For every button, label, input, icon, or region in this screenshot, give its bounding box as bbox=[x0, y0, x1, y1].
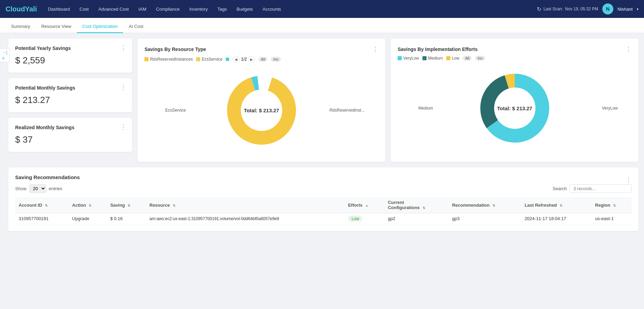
all-badge-1[interactable]: All bbox=[258, 57, 267, 62]
legend-ecs-dot bbox=[196, 57, 200, 61]
yearly-savings-title: Potential Yearly Savings bbox=[15, 45, 125, 51]
search-box: Search bbox=[553, 184, 632, 193]
user-avatar[interactable]: N bbox=[602, 3, 613, 14]
sort-region-icon[interactable]: ⇅ bbox=[613, 204, 616, 207]
show-label: Show bbox=[15, 186, 27, 191]
implementation-efforts-chart-header: Savings By Implementation Efforts ⋮ bbox=[398, 45, 632, 53]
sort-account-id-icon[interactable]: ⇅ bbox=[45, 204, 48, 207]
resource-type-chart-menu[interactable]: ⋮ bbox=[372, 45, 378, 53]
nav-accounts[interactable]: Accounts bbox=[258, 4, 285, 14]
nav-compliance[interactable]: Compliance bbox=[152, 4, 184, 14]
donut-label-ecs: EcsService bbox=[165, 108, 186, 113]
donut-label-verylow: VeryLow bbox=[602, 106, 618, 111]
left-cards: Potential Yearly Savings $ 2,559 ⋮ Poten… bbox=[8, 39, 132, 162]
sort-resource-icon[interactable]: ⇅ bbox=[173, 204, 175, 207]
cell-action: Upgrade bbox=[69, 213, 107, 224]
inv-badge-1[interactable]: Inv bbox=[271, 57, 281, 62]
implementation-efforts-legend: VeryLow Medium Low All Inv bbox=[398, 56, 632, 61]
recommendations-table-section: Saving Recommendations ⋮ Show 20 10 50 e… bbox=[8, 167, 638, 231]
legend-page-dot bbox=[226, 58, 229, 61]
sort-last-refreshed-icon[interactable]: ⇅ bbox=[560, 204, 562, 207]
nav-dashboard[interactable]: Dashboard bbox=[44, 4, 74, 14]
tab-resource-view[interactable]: Resource View bbox=[36, 20, 77, 33]
last-scan-label: Last Scan: bbox=[543, 7, 563, 11]
donut-label-medium: Medium bbox=[418, 106, 433, 111]
legend-ecs: EcsService bbox=[196, 57, 222, 62]
recommendations-table: Account ID ⇅ Action ⇅ Saving ⇅ Resourc bbox=[15, 197, 632, 224]
legend-verylow-dot bbox=[398, 56, 402, 60]
nav-tags[interactable]: Tags bbox=[213, 4, 231, 14]
sort-recommendation-icon[interactable]: ⇅ bbox=[492, 204, 495, 207]
legend-medium: Medium bbox=[422, 56, 443, 61]
nav-iam[interactable]: IAM bbox=[134, 4, 151, 14]
realized-savings-title: Realized Monthly Savings bbox=[15, 125, 125, 130]
nav-budgets[interactable]: Budgets bbox=[232, 4, 257, 14]
resource-type-legend: RdsReservedInstances EcsService ◀ 1/2 ▶ bbox=[144, 56, 378, 63]
table-controls: Show 20 10 50 entries Search bbox=[15, 184, 632, 193]
realized-savings-card: Realized Monthly Savings $ 37 ⋮ bbox=[8, 118, 132, 152]
nav-inventory[interactable]: Inventory bbox=[185, 4, 212, 14]
realized-savings-value: $ 37 bbox=[15, 134, 125, 145]
implementation-efforts-donut-wrapper: Medium Total: $ 213.27 VeryLow bbox=[398, 63, 632, 153]
yearly-savings-value: $ 2,559 bbox=[15, 55, 125, 66]
show-entries: Show 20 10 50 entries bbox=[15, 184, 62, 193]
cell-account-id: 310957700191 bbox=[15, 213, 69, 224]
tab-ai-cost[interactable]: AI Cost bbox=[123, 20, 149, 33]
monthly-savings-menu[interactable]: ⋮ bbox=[120, 84, 126, 91]
realized-savings-menu[interactable]: ⋮ bbox=[120, 123, 126, 131]
all-badge-2[interactable]: All bbox=[463, 56, 472, 61]
col-resource: Resource ⇅ bbox=[146, 197, 345, 213]
sidebar-toggle[interactable]: →| ≡ bbox=[0, 48, 10, 62]
sort-action-icon[interactable]: ⇅ bbox=[89, 204, 91, 207]
entries-label: entries bbox=[49, 186, 62, 191]
donut-label-rds: RdsReservedInst... bbox=[329, 108, 365, 113]
search-input[interactable] bbox=[570, 184, 632, 193]
legend-rds-label: RdsReservedInstances bbox=[150, 57, 193, 62]
sort-efforts-icon[interactable]: ▲ bbox=[365, 204, 369, 207]
legend-rds: RdsReservedInstances bbox=[144, 57, 193, 62]
resource-type-chart-title: Savings By Resource Type bbox=[144, 47, 206, 52]
table-body: 310957700191 Upgrade $ 0.16 arn:aws:ec2:… bbox=[15, 213, 632, 224]
legend-low: Low bbox=[446, 56, 459, 61]
resource-type-donut-wrapper: EcsService Total: $ 213.27 RdsReservedIn… bbox=[144, 65, 378, 155]
user-name[interactable]: Nishant bbox=[617, 7, 633, 12]
nav-advanced-cost[interactable]: Advanced Cost bbox=[94, 4, 133, 14]
legend-rds-dot bbox=[144, 57, 149, 61]
col-last-refreshed: Last Refreshed ⇅ bbox=[521, 197, 592, 213]
table-menu[interactable]: ⋮ bbox=[625, 176, 632, 183]
table-title: Saving Recommendations bbox=[15, 174, 80, 180]
monthly-savings-title: Potential Monthly Savings bbox=[15, 85, 125, 91]
resource-type-chart-card: Savings By Resource Type ⋮ RdsReservedIn… bbox=[137, 39, 385, 162]
refresh-icon[interactable]: ↻ bbox=[537, 6, 541, 12]
implementation-efforts-chart-menu[interactable]: ⋮ bbox=[625, 45, 632, 53]
sort-current-config-icon[interactable]: ⇅ bbox=[422, 206, 425, 210]
user-chevron-icon[interactable]: ▾ bbox=[637, 7, 638, 11]
cell-saving: $ 0.16 bbox=[107, 213, 146, 224]
inv-badge-2[interactable]: Inv bbox=[475, 56, 485, 61]
tab-summary[interactable]: Summary bbox=[6, 20, 36, 33]
legend-low-dot bbox=[446, 56, 450, 60]
col-efforts: Efforts ▲ bbox=[345, 197, 385, 213]
legend-medium-label: Medium bbox=[428, 56, 443, 61]
cell-recommendation: gp3 bbox=[449, 213, 521, 224]
cell-efforts: Low bbox=[345, 213, 385, 224]
legend-medium-dot bbox=[422, 56, 427, 60]
filter-icon: ≡ bbox=[2, 56, 7, 61]
legend-ecs-label: EcsService bbox=[202, 57, 222, 62]
next-page-btn[interactable]: ▶ bbox=[248, 56, 255, 63]
nav-cost[interactable]: Cost bbox=[75, 4, 93, 14]
legend-verylow: VeryLow bbox=[398, 56, 419, 61]
cell-current-config: gp2 bbox=[385, 213, 449, 224]
legend-controls: ◀ 1/2 ▶ bbox=[233, 56, 255, 63]
col-region: Region ⇅ bbox=[592, 197, 632, 213]
main-layout: →| ≡ Potential Yearly Savings $ 2,559 ⋮ … bbox=[0, 33, 644, 237]
sort-saving-icon[interactable]: ⇅ bbox=[127, 204, 130, 207]
yearly-savings-card: Potential Yearly Savings $ 2,559 ⋮ bbox=[8, 39, 132, 73]
entries-select[interactable]: 20 10 50 bbox=[29, 184, 46, 193]
logo: CloudYali bbox=[6, 5, 37, 13]
yearly-savings-menu[interactable]: ⋮ bbox=[120, 44, 126, 52]
last-scan-value: Nov 19, 05:32 PM bbox=[565, 7, 598, 11]
prev-page-btn[interactable]: ◀ bbox=[233, 56, 239, 63]
tab-cost-optimization[interactable]: Cost Optimization bbox=[77, 20, 123, 33]
resource-type-chart-header: Savings By Resource Type ⋮ bbox=[144, 45, 378, 53]
